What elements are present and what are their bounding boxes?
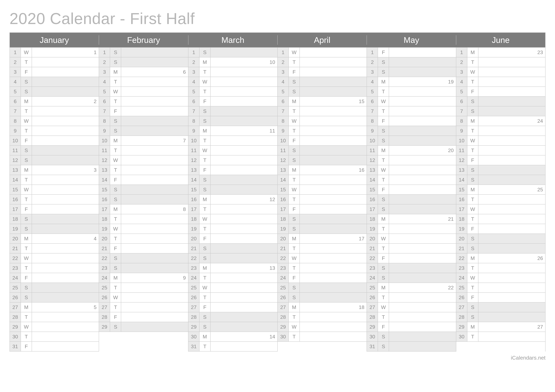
day-number: 29 bbox=[278, 322, 289, 332]
week-number bbox=[32, 146, 99, 155]
day-of-week: T bbox=[199, 87, 211, 96]
week-number: 19 bbox=[389, 77, 456, 86]
day-number: 10 bbox=[10, 136, 21, 145]
week-number bbox=[211, 205, 277, 214]
week-number bbox=[300, 87, 366, 96]
day-of-week: T bbox=[378, 156, 389, 165]
day-of-week: W bbox=[467, 205, 478, 214]
day-of-week: S bbox=[467, 97, 478, 106]
day-number: 7 bbox=[278, 107, 289, 116]
month-header-row: JanuaryFebruaryMarchAprilMayJune bbox=[9, 32, 546, 48]
day-of-week: M bbox=[199, 263, 211, 273]
week-number: 8 bbox=[121, 205, 188, 214]
day-row: 31T bbox=[189, 342, 278, 351]
day-row: 12S bbox=[10, 156, 99, 165]
day-of-week: M bbox=[289, 234, 300, 243]
day-of-week: M bbox=[199, 332, 211, 341]
day-row: 6M2 bbox=[10, 97, 99, 107]
day-number: 6 bbox=[10, 97, 21, 106]
day-number: 13 bbox=[278, 165, 289, 175]
week-number bbox=[389, 253, 456, 263]
week-number bbox=[478, 146, 545, 155]
day-of-week: S bbox=[110, 48, 121, 57]
day-number: 2 bbox=[189, 57, 199, 67]
week-number bbox=[389, 293, 456, 302]
week-number bbox=[121, 293, 188, 302]
day-row: 28T bbox=[367, 312, 456, 322]
day-of-week: S bbox=[289, 293, 300, 302]
day-row: 4S bbox=[10, 77, 99, 87]
day-row: 21F bbox=[99, 244, 188, 253]
week-number bbox=[211, 116, 277, 126]
day-of-week: M bbox=[110, 273, 121, 283]
week-number bbox=[478, 312, 545, 322]
day-of-week: S bbox=[378, 342, 389, 351]
day-number: 24 bbox=[456, 273, 467, 283]
day-of-week: W bbox=[378, 234, 389, 243]
week-number bbox=[211, 302, 277, 312]
day-number: 12 bbox=[456, 156, 467, 165]
week-number bbox=[300, 146, 366, 155]
week-number bbox=[300, 126, 366, 135]
day-of-week: F bbox=[21, 136, 32, 145]
day-number: 16 bbox=[278, 195, 289, 204]
day-number: 25 bbox=[189, 283, 199, 292]
week-number bbox=[32, 77, 99, 86]
day-number: 10 bbox=[278, 136, 289, 145]
day-number: 28 bbox=[278, 312, 289, 322]
week-number: 15 bbox=[300, 97, 366, 106]
day-number: 20 bbox=[367, 234, 378, 243]
week-number bbox=[121, 322, 188, 332]
week-number bbox=[300, 107, 366, 116]
day-row: 27F bbox=[189, 302, 278, 312]
week-number bbox=[389, 342, 456, 351]
day-row: 28S bbox=[189, 312, 278, 322]
week-number bbox=[32, 293, 99, 302]
day-row: 11M20 bbox=[367, 146, 456, 156]
week-number bbox=[389, 107, 456, 116]
week-number: 16 bbox=[300, 165, 366, 175]
week-number bbox=[300, 224, 366, 234]
day-number: 24 bbox=[10, 273, 21, 283]
day-number: 2 bbox=[367, 57, 378, 67]
day-row: 30T bbox=[10, 332, 99, 342]
day-row: 19T bbox=[189, 224, 278, 234]
week-number: 14 bbox=[211, 332, 277, 341]
day-number: 27 bbox=[278, 302, 289, 312]
day-of-week: S bbox=[467, 244, 478, 253]
day-number: 29 bbox=[367, 322, 378, 332]
day-number: 25 bbox=[367, 283, 378, 292]
day-row: 20M4 bbox=[10, 234, 99, 244]
week-number bbox=[121, 283, 188, 292]
week-number bbox=[32, 342, 99, 351]
day-of-week: S bbox=[21, 156, 32, 165]
week-number bbox=[300, 293, 366, 302]
day-number: 14 bbox=[367, 175, 378, 185]
day-number: 8 bbox=[10, 116, 21, 126]
day-of-week: T bbox=[289, 57, 300, 67]
week-number bbox=[121, 214, 188, 224]
week-number bbox=[211, 107, 277, 116]
day-of-week: F bbox=[467, 156, 478, 165]
day-number: 26 bbox=[278, 293, 289, 302]
day-of-week: M bbox=[378, 283, 389, 292]
day-number: 20 bbox=[189, 234, 199, 243]
day-row: 27T bbox=[99, 302, 188, 312]
week-number bbox=[32, 205, 99, 214]
week-number bbox=[389, 97, 456, 106]
week-number bbox=[32, 253, 99, 263]
day-row: 15S bbox=[189, 185, 278, 195]
week-number bbox=[478, 97, 545, 106]
day-row: 31F bbox=[10, 342, 99, 351]
week-number bbox=[389, 165, 456, 175]
day-row: 2T bbox=[278, 57, 367, 67]
month-column: 1F2S3S4M195T6W7T8F9S10S11M2012T13W14T15F… bbox=[367, 48, 456, 351]
week-number bbox=[300, 156, 366, 165]
week-number bbox=[300, 312, 366, 322]
day-of-week: T bbox=[199, 67, 211, 77]
day-of-week: T bbox=[21, 126, 32, 135]
day-number: 1 bbox=[278, 48, 289, 57]
day-row: 2M10 bbox=[189, 57, 278, 67]
day-of-week: M bbox=[378, 214, 389, 224]
day-number: 16 bbox=[99, 195, 110, 204]
